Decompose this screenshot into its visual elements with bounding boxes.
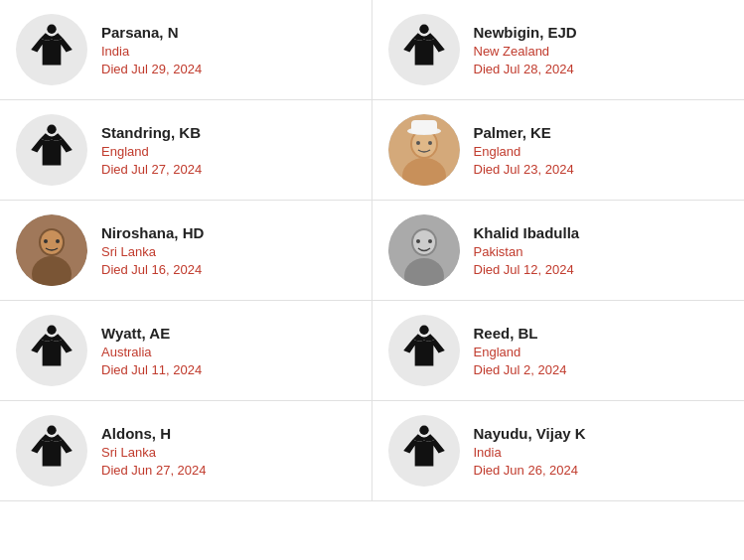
svg-point-21 <box>416 239 420 243</box>
player-country: England <box>474 144 574 159</box>
svg-point-1 <box>419 25 428 34</box>
player-info: Khalid IbadullaPakistanDied Jul 12, 2024 <box>474 224 580 277</box>
player-info: Wyatt, AEAustraliaDied Jul 11, 2024 <box>101 325 202 377</box>
avatar <box>388 415 460 487</box>
player-country: Pakistan <box>474 244 580 259</box>
avatar <box>16 114 87 186</box>
player-name: Niroshana, HD <box>101 224 204 241</box>
svg-point-26 <box>419 426 428 435</box>
avatar <box>388 315 460 386</box>
player-died: Died Jul 2, 2024 <box>474 362 567 377</box>
player-country: India <box>474 445 586 460</box>
player-info: Standring, KBEnglandDied Jul 27, 2024 <box>101 124 202 177</box>
player-died: Died Jul 23, 2024 <box>474 162 574 177</box>
svg-point-22 <box>428 239 432 243</box>
player-name: Standring, KB <box>101 124 202 141</box>
avatar <box>16 14 87 85</box>
player-card-khalid-ibadulla[interactable]: Khalid IbadullaPakistanDied Jul 12, 2024 <box>372 201 745 301</box>
svg-point-24 <box>419 326 428 335</box>
player-card-palmer-ke[interactable]: Palmer, KEEnglandDied Jul 23, 2024 <box>372 100 745 201</box>
player-name: Aldons, H <box>101 425 207 442</box>
player-died: Died Jul 27, 2024 <box>101 162 202 177</box>
player-name: Wyatt, AE <box>101 325 202 342</box>
avatar <box>388 14 460 85</box>
player-country: Australia <box>101 345 202 359</box>
player-info: Palmer, KEEnglandDied Jul 23, 2024 <box>474 124 574 177</box>
svg-point-9 <box>416 141 420 145</box>
players-grid: Parsana, NIndiaDied Jul 29, 2024 Newbigi… <box>0 0 744 501</box>
player-card-newbigin-ejd[interactable]: Newbigin, EJDNew ZealandDied Jul 28, 202… <box>372 0 745 100</box>
player-died: Died Jun 26, 2024 <box>474 463 586 478</box>
player-card-niroshana-hd[interactable]: Niroshana, HDSri LankaDied Jul 16, 2024 <box>0 201 372 301</box>
shirt-silhouette-icon <box>26 24 77 75</box>
player-card-parsana-n[interactable]: Parsana, NIndiaDied Jul 29, 2024 <box>0 0 372 100</box>
player-died: Died Jul 16, 2024 <box>101 262 204 277</box>
player-country: New Zealand <box>474 44 577 59</box>
player-card-standring-kb[interactable]: Standring, KBEnglandDied Jul 27, 2024 <box>0 100 372 201</box>
svg-point-16 <box>56 239 60 243</box>
shirt-silhouette-icon <box>398 24 450 75</box>
player-country: Sri Lanka <box>101 445 207 460</box>
player-country: England <box>101 144 202 159</box>
player-info: Aldons, HSri LankaDied Jun 27, 2024 <box>101 425 207 478</box>
avatar <box>16 315 87 386</box>
player-died: Died Jul 12, 2024 <box>474 262 580 277</box>
shirt-silhouette-icon <box>26 325 77 376</box>
player-died: Died Jul 28, 2024 <box>474 62 577 76</box>
shirt-silhouette-icon <box>398 425 450 477</box>
avatar <box>388 114 460 186</box>
player-info: Nayudu, Vijay KIndiaDied Jun 26, 2024 <box>474 425 586 478</box>
player-name: Newbigin, EJD <box>474 24 577 41</box>
avatar <box>16 415 87 487</box>
avatar <box>388 214 460 286</box>
player-card-wyatt-ae[interactable]: Wyatt, AEAustraliaDied Jul 11, 2024 <box>0 301 372 401</box>
player-info: Reed, BLEnglandDied Jul 2, 2024 <box>474 325 567 377</box>
player-died: Died Jun 27, 2024 <box>101 463 207 478</box>
player-country: England <box>474 345 567 359</box>
player-info: Niroshana, HDSri LankaDied Jul 16, 2024 <box>101 224 204 277</box>
player-card-reed-bl[interactable]: Reed, BLEnglandDied Jul 2, 2024 <box>372 301 745 401</box>
shirt-silhouette-icon <box>26 124 77 176</box>
player-card-aldons-h[interactable]: Aldons, HSri LankaDied Jun 27, 2024 <box>0 401 372 501</box>
player-name: Reed, BL <box>474 325 567 342</box>
shirt-silhouette-icon <box>26 425 77 477</box>
player-name: Khalid Ibadulla <box>474 224 580 241</box>
shirt-silhouette-icon <box>398 325 450 376</box>
avatar <box>16 214 87 286</box>
player-country: Sri Lanka <box>101 244 204 259</box>
svg-point-2 <box>47 125 56 134</box>
player-country: India <box>101 44 202 59</box>
player-name: Nayudu, Vijay K <box>474 425 586 442</box>
svg-point-10 <box>428 141 432 145</box>
svg-point-25 <box>47 426 56 435</box>
player-card-nayudu-vijay-k[interactable]: Nayudu, Vijay KIndiaDied Jun 26, 2024 <box>372 401 745 501</box>
player-info: Newbigin, EJDNew ZealandDied Jul 28, 202… <box>474 24 577 76</box>
svg-rect-8 <box>411 120 437 134</box>
player-died: Died Jul 29, 2024 <box>101 62 202 76</box>
svg-point-0 <box>47 25 56 34</box>
svg-point-23 <box>47 326 56 335</box>
player-info: Parsana, NIndiaDied Jul 29, 2024 <box>101 24 202 76</box>
player-name: Parsana, N <box>101 24 202 41</box>
svg-point-15 <box>44 239 48 243</box>
player-died: Died Jul 11, 2024 <box>101 362 202 377</box>
player-name: Palmer, KE <box>474 124 574 141</box>
